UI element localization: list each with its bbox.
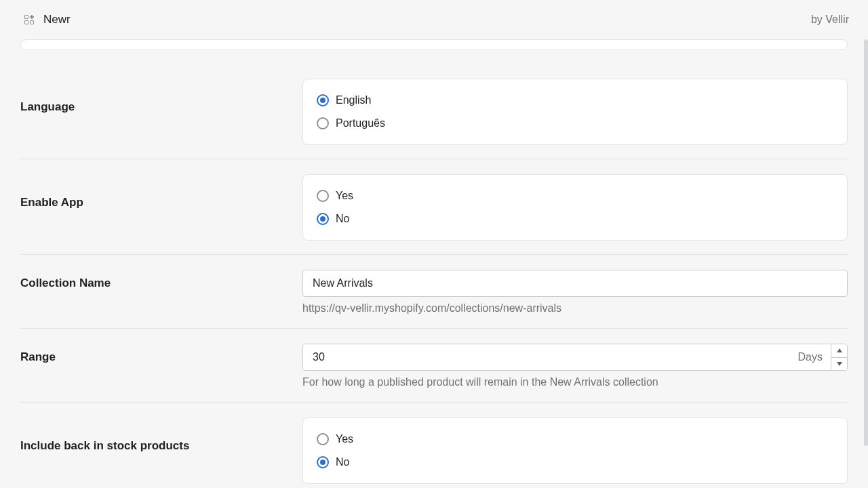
radio-language-portugues[interactable]: Português [317,115,833,132]
app-grid-icon [24,15,34,24]
section-label-range: Range [20,344,302,364]
card-language: English Português [302,79,848,145]
radio-backinstock-yes[interactable]: Yes [317,430,833,448]
section-label-collection-name: Collection Name [20,270,302,290]
range-number-input[interactable] [303,344,790,370]
section-label-back-in-stock: Include back in stock products [20,418,302,453]
scrollbar[interactable] [864,39,868,446]
range-increment-button[interactable] [831,344,847,358]
radio-backinstock-no[interactable]: No [317,453,833,471]
section-language: Language English Português [20,79,848,159]
settings-content: Language English Português Enable App Ye… [0,39,868,488]
byline: by Vellir [811,14,849,26]
radio-label: No [336,456,349,468]
radio-label: Yes [336,190,353,202]
collection-url-helper: https://qv-vellir.myshopify.com/collecti… [302,302,848,314]
section-collection-name: Collection Name https://qv-vellir.myshop… [20,270,848,329]
radio-icon [317,190,329,202]
section-label-language: Language [20,79,302,114]
radio-icon [317,456,329,468]
caret-up-icon [837,348,842,352]
app-name: Newr [43,13,71,26]
section-back-in-stock: Include back in stock products Yes No [20,418,848,488]
radio-icon [317,433,329,445]
header-left: Newr [24,13,71,26]
radio-label: Português [336,117,385,129]
section-range: Range Days For how long a published prod… [20,344,848,403]
radio-icon [317,213,329,225]
range-decrement-button[interactable] [831,358,847,371]
radio-label: Yes [336,433,353,445]
card-enable-app: Yes No [302,174,848,241]
range-unit: Days [790,344,831,370]
radio-label: English [336,94,371,106]
radio-enable-no[interactable]: No [317,210,833,228]
previous-card-edge [20,39,848,50]
caret-down-icon [837,362,842,366]
range-input-wrap: Days [302,344,848,371]
card-back-in-stock: Yes No [302,418,848,484]
radio-label: No [336,213,349,225]
section-label-enable-app: Enable App [20,174,302,209]
range-spinner [831,344,847,370]
section-enable-app: Enable App Yes No [20,174,848,255]
radio-icon [317,94,329,106]
radio-enable-yes[interactable]: Yes [317,187,833,205]
radio-icon [317,117,329,129]
radio-language-english[interactable]: English [317,92,833,109]
app-header: Newr by Vellir [0,0,868,39]
range-helper: For how long a published product will re… [302,376,848,388]
collection-name-input[interactable] [302,270,848,297]
